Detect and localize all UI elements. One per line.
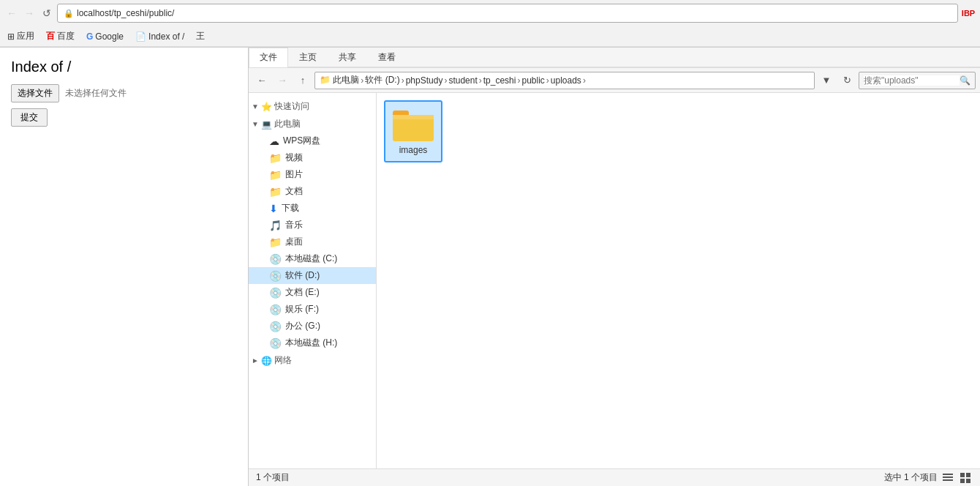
nav-network-icon: 🌐 [261, 356, 272, 366]
nav-item-drive-d[interactable]: 💿 软件 (D:) [249, 267, 376, 284]
ribbon-tab-view[interactable]: 查看 [367, 48, 407, 67]
browser-chrome: ← → ↺ 🔒 localhost/tp_ceshi/public/ IBP ⊞… [0, 0, 980, 48]
folder-grid: images [384, 100, 973, 162]
nav-item-videos[interactable]: 📁 视频 [249, 149, 376, 166]
user-icon: 王 [196, 30, 205, 42]
view-grid-button[interactable] [958, 471, 973, 485]
folder-icon-images [393, 108, 434, 143]
extensions-button[interactable]: IBP [961, 6, 976, 20]
ribbon: 文件 主页 共享 查看 [249, 48, 980, 68]
explorer-back-button[interactable]: ← [253, 72, 271, 89]
address-bar[interactable]: 🔒 localhost/tp_ceshi/public/ [57, 4, 958, 23]
nav-item-pictures[interactable]: 📁 图片 [249, 166, 376, 183]
nav-item-drive-e-label: 文档 (E:) [285, 286, 320, 299]
drive-d-icon: 💿 [269, 270, 282, 282]
status-item-count: 1 个项目 [256, 471, 290, 484]
explorer-forward-button[interactable]: → [274, 72, 291, 89]
breadcrumb-tp-ceshi[interactable]: tp_ceshi [483, 75, 516, 86]
folder-svg [393, 108, 434, 143]
view-list-button[interactable] [941, 471, 955, 485]
nav-item-pictures-label: 图片 [285, 168, 303, 181]
submit-button[interactable]: 提交 [11, 108, 48, 127]
nav-item-drive-h-label: 本地磁盘 (H:) [285, 337, 337, 349]
status-right: 选中 1 个项目 [884, 471, 973, 485]
svg-rect-3 [943, 474, 953, 475]
breadcrumb-dropdown-button[interactable]: ▼ [818, 72, 835, 89]
nav-this-pc-header[interactable]: ▼ 💻 此电脑 [249, 115, 376, 132]
nav-item-desktop-label: 桌面 [285, 236, 303, 248]
nav-item-drive-g-label: 办公 (G:) [285, 320, 320, 332]
bookmarks-bar: ⊞ 应用 百 百度 G Google 📄 Index of / 王 [0, 26, 980, 47]
file-choose-button[interactable]: 选择文件 [11, 84, 59, 102]
ribbon-tab-share[interactable]: 共享 [328, 48, 367, 67]
documents-icon: 📁 [269, 186, 282, 198]
drive-g-icon: 💿 [269, 321, 282, 332]
list-view-icon [943, 473, 953, 483]
nav-network-header[interactable]: ► 🌐 网络 [249, 351, 376, 369]
search-bar: 🔍 [859, 72, 976, 89]
nav-item-drive-c[interactable]: 💿 本地磁盘 (C:) [249, 250, 376, 267]
explorer-up-button[interactable]: ↑ [294, 72, 312, 89]
nav-item-wps[interactable]: ☁ WPS网盘 [249, 132, 376, 149]
svg-rect-9 [966, 479, 970, 483]
breadcrumb-computer[interactable]: 📁 此电脑 [320, 74, 359, 86]
search-icon[interactable]: 🔍 [960, 75, 970, 86]
nav-item-drive-f-label: 娱乐 (F:) [285, 303, 319, 315]
lock-icon: 🔒 [64, 9, 74, 18]
expand-icon: ▼ [252, 102, 259, 111]
breadcrumb-bar: 📁 此电脑 › 软件 (D:) › phpStudy › student › t… [314, 72, 815, 89]
back-button[interactable]: ← [4, 6, 19, 20]
nav-quick-access-icon: ⭐ [261, 102, 272, 112]
main-content: Index of / 选择文件 未选择任何文件 提交 文件 主页 共享 查看 ←… [0, 48, 980, 486]
nav-item-wps-label: WPS网盘 [283, 135, 320, 147]
bookmark-index[interactable]: 📄 Index of / [132, 30, 187, 43]
bookmark-google[interactable]: G Google [83, 30, 127, 43]
folder-item-images[interactable]: images [384, 100, 442, 162]
browser-nav-bar: ← → ↺ 🔒 localhost/tp_ceshi/public/ IBP [0, 0, 980, 26]
navigation-pane: ▼ ⭐ 快速访问 ▼ 💻 此电脑 ☁ WPS网盘 📁 视频 [249, 93, 377, 468]
nav-quick-access-header[interactable]: ▼ ⭐ 快速访问 [249, 97, 376, 115]
nav-this-pc-label: 此电脑 [274, 118, 301, 130]
nav-item-music[interactable]: 🎵 音乐 [249, 217, 376, 233]
nav-item-drive-g[interactable]: 💿 办公 (G:) [249, 318, 376, 334]
bookmark-user[interactable]: 王 [193, 29, 208, 44]
breadcrumb-phpstudy[interactable]: phpStudy [406, 75, 443, 86]
status-bar: 1 个项目 选中 1 个项目 [249, 468, 980, 486]
file-explorer: 文件 主页 共享 查看 ← → ↑ 📁 此电脑 › 软件 (D:) › phpS… [249, 48, 980, 486]
bookmark-baidu[interactable]: 百 百度 [43, 29, 78, 44]
breadcrumb-student[interactable]: student [448, 75, 477, 86]
wps-icon: ☁ [269, 135, 279, 147]
nav-network-label: 网络 [274, 354, 292, 367]
nav-item-downloads-label: 下载 [282, 202, 299, 214]
nav-item-drive-e[interactable]: 💿 文档 (E:) [249, 284, 376, 301]
nav-item-documents[interactable]: 📁 文档 [249, 183, 376, 200]
svg-rect-7 [966, 473, 970, 477]
ribbon-tab-home[interactable]: 主页 [288, 48, 328, 67]
drive-e-icon: 💿 [269, 287, 282, 299]
address-text: localhost/tp_ceshi/public/ [77, 8, 951, 18]
nav-item-drive-h[interactable]: 💿 本地磁盘 (H:) [249, 334, 376, 351]
breadcrumb-public[interactable]: public [521, 75, 544, 86]
search-input[interactable] [864, 75, 960, 86]
nav-item-downloads[interactable]: ⬇ 下载 [249, 200, 376, 217]
nav-item-drive-c-label: 本地磁盘 (C:) [285, 253, 337, 265]
breadcrumb-uploads[interactable]: uploads [551, 75, 581, 86]
refresh-button[interactable]: ↻ [838, 72, 856, 89]
explorer-address-bar: ← → ↑ 📁 此电脑 › 软件 (D:) › phpStudy › stude… [249, 68, 980, 93]
expand-icon-network: ► [252, 356, 259, 364]
baidu-icon: 百 [46, 30, 55, 42]
breadcrumb-software-d[interactable]: 软件 (D:) [365, 74, 399, 86]
svg-rect-8 [960, 479, 965, 483]
reload-button[interactable]: ↺ [39, 6, 54, 20]
svg-rect-5 [943, 479, 953, 481]
nav-quick-access-label: 快速访问 [274, 100, 309, 113]
bookmark-apps[interactable]: ⊞ 应用 [4, 29, 37, 44]
google-icon: G [86, 31, 93, 42]
downloads-icon: ⬇ [269, 203, 278, 214]
forward-button[interactable]: → [22, 6, 37, 20]
nav-item-music-label: 音乐 [285, 219, 303, 231]
nav-item-desktop[interactable]: 📁 桌面 [249, 233, 376, 250]
nav-item-drive-f[interactable]: 💿 娱乐 (F:) [249, 301, 376, 318]
nav-item-videos-label: 视频 [285, 152, 303, 164]
ribbon-tab-file[interactable]: 文件 [249, 48, 288, 67]
